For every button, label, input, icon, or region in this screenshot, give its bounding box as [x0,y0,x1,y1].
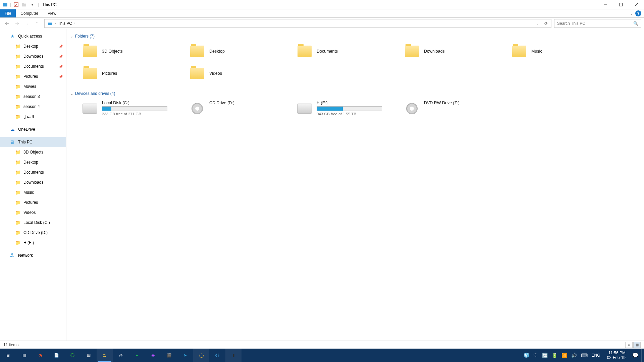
folder-icon: 📁 [15,53,21,59]
refresh-button[interactable]: ⟳ [542,19,550,28]
address-dropdown-icon[interactable]: ⌄ [533,19,542,28]
tray-volume-icon[interactable]: 🔊 [571,353,577,358]
tray-wifi-icon[interactable]: 📶 [561,353,567,358]
taskbar-calculator[interactable]: ▦ [80,349,97,362]
drive-free-text: 233 GB free of 271 GB [102,112,167,116]
sidebar-network[interactable]: 🖧 Network [0,250,66,260]
tile-label: Pictures [102,71,117,76]
sidebar-quick-access[interactable]: ★ Quick access [0,31,66,41]
sidebar-item-pictures[interactable]: 📁 Pictures 📌 [0,71,66,81]
sidebar-item-h-e-[interactable]: 📁 H (E:) [0,238,66,248]
settings-ring-icon: ◎ [119,353,122,358]
tab-file[interactable]: File [0,9,16,17]
sidebar-item-downloads[interactable]: 📁 Downloads 📌 [0,51,66,61]
folder-tile-documents[interactable]: Documents [294,42,402,61]
taskbar-notepad[interactable]: 📄 [48,349,64,362]
collapse-icon[interactable]: ⌄ [70,35,73,38]
tray-keyboard-icon[interactable]: ⌨ [581,353,588,358]
taskbar-movies[interactable]: 🎬 [161,349,177,362]
drive-tile-h-e-[interactable]: H (E:) 943 GB free of 1.55 TB [294,99,402,118]
tray-clock[interactable]: 11:56 PM 02-Feb-19 [604,351,628,360]
details-view-button[interactable]: ≡ [625,342,633,348]
drive-tile-cd-drive-d-[interactable]: CD Drive (D:) [187,99,294,118]
sidebar-item-cd-drive-d-[interactable]: 📁 CD Drive (D:) [0,228,66,238]
folder-icon [404,43,420,59]
sidebar-item-label: المحل [23,114,34,119]
sidebar-item-videos[interactable]: 📁 Videos [0,207,66,218]
recent-dropdown-icon[interactable]: ⌄ [23,19,32,28]
folder-tile-videos[interactable]: Videos [187,64,294,83]
qat-dropdown-icon[interactable]: ▾ [29,2,35,8]
tiles-view-button[interactable]: ▦ [633,342,641,348]
folder-tile-pictures[interactable]: Pictures [80,64,187,83]
properties-icon[interactable] [13,2,19,8]
taskbar-settings-ring[interactable]: ◎ [113,349,129,362]
sidebar-item-downloads[interactable]: 📁 Downloads [0,177,66,187]
taskbar-terminal[interactable]: ▮ [225,349,241,362]
tray-battery-icon[interactable]: 🔋 [552,353,557,358]
show-desktop-button[interactable] [641,349,644,362]
taskbar-vscode[interactable]: ⟪⟫ [209,349,225,362]
back-button[interactable]: 🡠 [3,19,11,28]
sidebar-item-documents[interactable]: 📁 Documents [0,167,66,177]
new-folder-icon[interactable] [21,2,27,8]
group-header-drives[interactable]: ⌄ Devices and drives (4) [66,89,644,98]
tile-label: H (E:) [317,101,382,105]
sidebar-item-music[interactable]: 📁 Music [0,187,66,197]
action-center-icon[interactable]: 💬 [632,352,639,358]
up-button[interactable]: 🡡 [33,19,42,28]
quick-access-toolbar: | ▾ [0,2,37,8]
sidebar-item-desktop[interactable]: 📁 Desktop 📌 [0,41,66,51]
taskbar-telegram[interactable]: ➤ [177,349,193,362]
sidebar-item-3d-objects[interactable]: 📁 3D Objects [0,147,66,157]
folder-tile-desktop[interactable]: Desktop [187,42,294,61]
tray-sync-icon[interactable]: 🔄 [542,353,548,358]
tray-security-icon[interactable]: 🛡 [533,353,538,358]
folder-icon: 📁 [15,220,21,226]
sidebar-this-pc[interactable]: 🖥 This PC [0,137,66,147]
minimize-button[interactable] [598,0,613,9]
group-header-folders[interactable]: ⌄ Folders (7) [66,32,644,41]
svg-rect-9 [48,22,52,25]
qat-divider: | [38,2,39,7]
taskbar-spotify[interactable]: ● [129,349,145,362]
search-input[interactable]: Search This PC 🔍 [554,19,641,28]
qat-divider: | [10,2,11,7]
taskbar-chrome[interactable]: ◯ [193,349,209,362]
sidebar-item-المحل[interactable]: 📁 المحل [0,112,66,122]
taskbar-utorrent[interactable]: Ⓤ [64,349,80,362]
sidebar-label: Quick access [18,34,42,39]
help-icon[interactable]: ? [635,10,641,16]
tray-language[interactable]: ENG [592,353,600,358]
chevron-right-icon[interactable]: › [74,21,75,25]
address-bar[interactable]: › This PC › ⌄ ⟳ [44,19,551,28]
breadcrumb-this-pc[interactable]: This PC [56,21,74,26]
sidebar-item-local-disk-c-[interactable]: 📁 Local Disk (C:) [0,218,66,228]
sidebar-item-season-4[interactable]: 📁 season 4 [0,102,66,112]
forward-button[interactable]: 🡢 [13,19,21,28]
ribbon-expand-icon[interactable]: ⌄ [630,12,633,15]
sidebar-item-season-3[interactable]: 📁 season 3 [0,92,66,102]
sidebar-item-movies[interactable]: 📁 Movies [0,81,66,92]
folder-tile-3d-objects[interactable]: 3D Objects [80,42,187,61]
taskbar-edge[interactable]: ◔ [32,349,48,362]
folder-tile-music[interactable]: Music [509,42,616,61]
folder-icon: 📁 [15,179,21,185]
close-button[interactable] [629,0,644,9]
sidebar-item-desktop[interactable]: 📁 Desktop [0,157,66,167]
tray-app-icon[interactable]: 🧊 [524,353,529,358]
tab-view[interactable]: View [43,9,61,17]
collapse-icon[interactable]: ⌄ [70,92,73,96]
taskbar-media[interactable]: ◉ [145,349,161,362]
drive-tile-local-disk-c-[interactable]: Local Disk (C:) 233 GB free of 271 GB [80,99,187,118]
taskbar-start[interactable]: ⊞ [0,349,16,362]
drive-tile-dvd-rw-drive-z-[interactable]: DVD RW Drive (Z:) [402,99,509,118]
sidebar-item-pictures[interactable]: 📁 Pictures [0,197,66,207]
taskbar-task-view[interactable]: ▥ [16,349,32,362]
taskbar-explorer[interactable]: 🗂 [97,349,113,362]
folder-tile-downloads[interactable]: Downloads [402,42,509,61]
maximize-button[interactable] [613,0,629,9]
sidebar-onedrive[interactable]: ☁ OneDrive [0,124,66,134]
sidebar-item-documents[interactable]: 📁 Documents 📌 [0,61,66,71]
tab-computer[interactable]: Computer [16,9,43,17]
